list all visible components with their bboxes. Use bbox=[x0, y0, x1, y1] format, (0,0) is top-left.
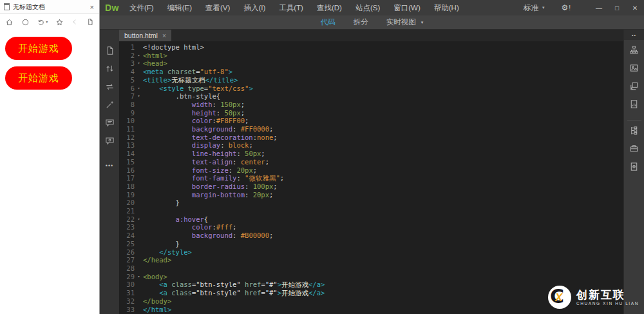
menubar-item[interactable]: 帮助(H) bbox=[434, 3, 459, 13]
line-number: 26 bbox=[119, 248, 135, 257]
code-fold-icon[interactable]: ▾ bbox=[135, 215, 143, 224]
menubar-item[interactable]: 查看(V) bbox=[205, 3, 230, 13]
menubar-item[interactable]: 站点(S) bbox=[355, 3, 380, 13]
line-number: 9 bbox=[119, 109, 135, 117]
maximize-button[interactable]: □ bbox=[608, 0, 626, 15]
code-line: 14 line-height: 50px; bbox=[119, 150, 623, 158]
code-line: 10 color:#F8FF00; bbox=[119, 117, 623, 125]
page-icon[interactable] bbox=[86, 18, 94, 26]
image-icon[interactable] bbox=[629, 63, 639, 73]
view-mode-代码[interactable]: 代码 bbox=[321, 17, 336, 27]
menubar-item[interactable]: 文件(F) bbox=[129, 3, 154, 13]
line-number: 24 bbox=[119, 231, 135, 240]
code-line: 8 width: 150px; bbox=[119, 101, 623, 109]
line-number: 32 bbox=[119, 297, 135, 306]
fold-gutter bbox=[135, 199, 143, 207]
comment-settings-icon[interactable] bbox=[105, 135, 115, 146]
more-icon[interactable]: ••• bbox=[106, 162, 113, 169]
close-icon[interactable]: × bbox=[89, 3, 95, 11]
sort-icon[interactable] bbox=[105, 63, 115, 74]
code-text: text-decoration:none; bbox=[143, 133, 623, 142]
code-fold-icon[interactable]: ▾ bbox=[135, 273, 143, 281]
code-text: height: 50px; bbox=[143, 109, 623, 117]
fold-gutter bbox=[135, 280, 143, 289]
preview-content: 开始游戏开始游戏 bbox=[0, 30, 99, 314]
comment-icon[interactable] bbox=[105, 117, 115, 128]
fold-gutter bbox=[135, 306, 143, 314]
line-number: 16 bbox=[119, 166, 135, 175]
screen: 无标题文档 × ▾ 开始游戏开始游戏 Dw 文件(F)编辑(E)查看(V)插入(… bbox=[0, 0, 644, 314]
view-mode-实时视图[interactable]: 实时视图▾ bbox=[386, 17, 424, 27]
code-text: <meta charset="utf-8"> bbox=[143, 68, 623, 76]
code-text: </head> bbox=[143, 256, 623, 264]
line-number: 27 bbox=[119, 256, 135, 264]
line-number: 14 bbox=[119, 150, 135, 158]
undo-icon[interactable]: ▾ bbox=[37, 18, 48, 26]
start-game-button[interactable]: 开始游戏 bbox=[5, 37, 72, 60]
code-line: 6▾ <style type="text/css"> bbox=[119, 84, 623, 93]
fold-gutter bbox=[135, 76, 143, 84]
swap-arrows-icon[interactable] bbox=[105, 81, 115, 92]
code-line: 7▾ .btn-style{ bbox=[119, 92, 623, 101]
code-line: 17 font-family: "微软雅黑"; bbox=[119, 174, 623, 182]
briefcase-icon[interactable] bbox=[629, 144, 639, 153]
code-line: 15 text-align: center; bbox=[119, 158, 623, 166]
watermark: C X 创新互联 CHUANG XIN HU LIAN bbox=[548, 286, 639, 309]
code-fold-icon[interactable]: ▾ bbox=[135, 52, 143, 60]
tab-button-html[interactable]: button.html × bbox=[119, 30, 171, 41]
code-fold-icon[interactable]: ▾ bbox=[135, 84, 143, 93]
refresh-icon[interactable] bbox=[21, 18, 30, 26]
code-text: <html> bbox=[143, 52, 623, 60]
code-line: 18 border-radius: 100px; bbox=[119, 182, 623, 191]
sync-settings-button[interactable]: ⚙ ! bbox=[561, 3, 571, 12]
duplicate-icon[interactable] bbox=[629, 81, 639, 91]
menubar-item[interactable]: 插入(I) bbox=[243, 3, 265, 13]
code-text: <!doctype html> bbox=[143, 43, 623, 52]
line-number: 13 bbox=[119, 141, 135, 150]
snippet-icon[interactable] bbox=[629, 162, 639, 172]
fold-gutter bbox=[135, 256, 143, 264]
line-number: 3 bbox=[119, 59, 135, 68]
view-mode-拆分[interactable]: 拆分 bbox=[354, 17, 368, 27]
gear-badge: ! bbox=[569, 5, 571, 12]
report-icon[interactable] bbox=[629, 99, 639, 109]
home-icon[interactable] bbox=[5, 18, 14, 26]
back-icon[interactable] bbox=[71, 18, 79, 26]
code-text: margin-bottom: 20px; bbox=[143, 191, 623, 199]
fold-gutter bbox=[135, 264, 143, 273]
fold-gutter bbox=[135, 182, 143, 191]
code-text: font-family: "微软雅黑"; bbox=[143, 174, 623, 182]
fold-gutter bbox=[135, 101, 143, 109]
workspace-switcher[interactable]: 标准 ▾ bbox=[524, 3, 545, 13]
menubar-item[interactable]: 查找(D) bbox=[317, 3, 342, 13]
fold-gutter bbox=[135, 141, 143, 150]
format-wand-icon[interactable] bbox=[105, 99, 115, 110]
close-icon[interactable]: × bbox=[162, 32, 166, 39]
star-icon[interactable] bbox=[55, 18, 64, 26]
menubar-item[interactable]: 窗口(W) bbox=[393, 3, 421, 13]
fold-gutter bbox=[135, 207, 143, 215]
line-number: 31 bbox=[119, 289, 135, 297]
file-icon[interactable] bbox=[105, 45, 115, 56]
menubar-item[interactable]: 工具(T) bbox=[279, 3, 303, 13]
fold-gutter bbox=[135, 150, 143, 158]
dom-tree-icon[interactable] bbox=[629, 126, 639, 135]
start-game-button[interactable]: 开始游戏 bbox=[5, 66, 72, 90]
minimize-button[interactable]: — bbox=[590, 0, 608, 15]
code-fold-icon[interactable]: ▾ bbox=[135, 59, 143, 68]
sitemap-icon[interactable] bbox=[629, 45, 639, 55]
fold-gutter bbox=[135, 68, 143, 76]
line-number: 11 bbox=[119, 125, 135, 133]
collapse-panels-icon[interactable]: •• bbox=[624, 30, 644, 40]
code-line: 12 text-decoration:none; bbox=[119, 133, 623, 142]
code-line: 11 background: #FF0000; bbox=[119, 125, 623, 133]
code-editor[interactable]: 1<!doctype html>2▾<html>3▾<head>4<meta c… bbox=[119, 41, 623, 314]
code-text: <head> bbox=[143, 59, 623, 68]
close-button[interactable]: ✕ bbox=[626, 0, 644, 15]
menu-bar: Dw 文件(F)编辑(E)查看(V)插入(I)工具(T)查找(D)站点(S)窗口… bbox=[100, 0, 644, 15]
view-mode-bar: 代码拆分实时视图▾ bbox=[100, 15, 644, 30]
code-fold-icon[interactable]: ▾ bbox=[135, 92, 143, 101]
code-line: 25 } bbox=[119, 240, 623, 248]
menubar-item[interactable]: 编辑(E) bbox=[167, 3, 192, 13]
code-line: 1<!doctype html> bbox=[119, 43, 623, 52]
